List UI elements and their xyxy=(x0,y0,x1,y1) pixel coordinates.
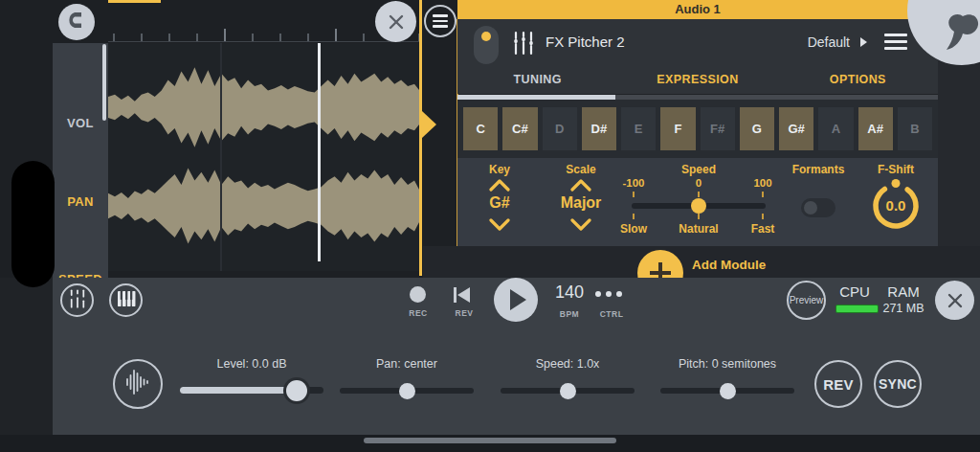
gesture-nav-bar[interactable] xyxy=(364,438,616,443)
waveform-canvas[interactable] xyxy=(108,43,421,271)
tab-tuning[interactable]: TUNING xyxy=(457,67,617,94)
note-key-row: C C# D D# E F F# G G# A A# B xyxy=(457,100,938,158)
fx-module-header: FX Pitcher 2 Default xyxy=(457,19,938,67)
pitch-label: Pitch: 0 semitones xyxy=(660,357,794,371)
add-module-label[interactable]: Add Module xyxy=(692,258,766,272)
ctrl-label: CTRL xyxy=(589,309,635,319)
magnet-icon xyxy=(65,9,88,35)
note-key-g[interactable]: G xyxy=(740,107,774,150)
preset-selector[interactable]: Default xyxy=(808,34,850,50)
reverse-label: REV xyxy=(823,376,854,393)
preset-next-icon[interactable] xyxy=(860,37,867,47)
panel-close-button[interactable] xyxy=(935,281,974,320)
reverse-button[interactable]: REV xyxy=(814,360,862,408)
rewind-button[interactable] xyxy=(454,287,475,303)
scale-up-button[interactable] xyxy=(569,178,592,195)
speed-natural-caption: Natural xyxy=(679,222,718,236)
module-enable-toggle[interactable] xyxy=(474,26,499,64)
stereo-waveform xyxy=(108,43,421,271)
cpu-label: CPU xyxy=(831,283,879,300)
waveform-icon xyxy=(124,368,151,400)
scale-value: Major xyxy=(561,194,602,212)
formants-label: Formants xyxy=(792,163,845,176)
note-key-d[interactable]: D xyxy=(543,107,577,150)
ctrl-button[interactable] xyxy=(595,291,622,297)
sidebar-item-pan[interactable]: PAN xyxy=(53,194,108,209)
preview-label: Preview xyxy=(790,295,824,305)
pan-slider-knob[interactable] xyxy=(399,383,415,399)
editor-close-button[interactable] xyxy=(375,1,416,42)
note-key-fsharp[interactable]: F# xyxy=(701,107,735,150)
clip-end-handle[interactable] xyxy=(422,111,436,138)
audio-clip-button[interactable] xyxy=(113,359,163,409)
snap-magnet-button[interactable] xyxy=(58,4,95,40)
fl-fruit-icon xyxy=(940,12,980,58)
note-key-b[interactable]: B xyxy=(898,107,932,150)
top-tab-indicator xyxy=(108,0,161,3)
automation-sidebar: VOL PAN SPEED xyxy=(53,43,108,278)
note-key-dsharp[interactable]: D# xyxy=(582,107,616,150)
tab-expression[interactable]: EXPRESSION xyxy=(617,67,777,94)
fx-module-menu-button[interactable] xyxy=(884,34,907,50)
close-icon xyxy=(946,291,965,310)
note-key-f[interactable]: F xyxy=(660,107,695,150)
fx-tab-bar: TUNING EXPRESSION OPTIONS xyxy=(457,67,938,94)
ruler[interactable] xyxy=(108,26,421,42)
formants-toggle-knob xyxy=(804,201,817,215)
key-up-button[interactable] xyxy=(488,178,511,195)
record-label: REC xyxy=(403,308,434,318)
sync-label: SYNC xyxy=(879,376,917,392)
playhead[interactable] xyxy=(318,43,321,261)
speed-label: Speed xyxy=(681,163,716,176)
speed-min-tick: -100 xyxy=(622,177,644,189)
note-key-a[interactable]: A xyxy=(818,107,853,150)
speed-clip-slider-knob[interactable] xyxy=(560,383,576,399)
speed-slow-caption: Slow xyxy=(620,222,647,236)
note-key-c[interactable]: C xyxy=(463,107,498,150)
play-button[interactable] xyxy=(494,278,538,322)
play-icon xyxy=(510,289,526,310)
tab-options[interactable]: OPTIONS xyxy=(778,67,938,94)
level-slider-knob[interactable] xyxy=(286,380,307,401)
key-value: G# xyxy=(489,194,509,212)
record-button[interactable] xyxy=(410,286,426,303)
clip-end-line xyxy=(419,0,422,276)
preview-button[interactable]: Preview xyxy=(787,281,826,320)
bpm-label: BPM xyxy=(546,309,593,319)
fshift-label: F-Shift xyxy=(878,163,914,176)
camera-cutout xyxy=(11,161,55,287)
speed-fast-caption: Fast xyxy=(751,222,775,236)
tuning-controls: Key G# Scale Major Speed -100 0 100 Slow… xyxy=(457,158,938,247)
scale-down-button[interactable] xyxy=(569,217,592,235)
key-down-button[interactable] xyxy=(488,217,511,235)
sidebar-item-vol[interactable]: VOL xyxy=(53,116,108,130)
track-title: Audio 1 xyxy=(457,0,938,19)
vertical-scrollbar[interactable] xyxy=(102,44,106,121)
mixer-icon xyxy=(67,288,88,313)
sync-button[interactable]: SYNC xyxy=(874,360,922,408)
speed-max-tick: 100 xyxy=(753,177,771,189)
ruler-line xyxy=(108,41,421,42)
formants-toggle[interactable] xyxy=(801,198,835,217)
ram-label: RAM xyxy=(880,283,926,300)
mixer-view-button[interactable] xyxy=(60,283,94,317)
fx-module-title: FX Pitcher 2 xyxy=(546,34,625,50)
note-key-gsharp[interactable]: G# xyxy=(779,107,813,150)
pitch-slider-knob[interactable] xyxy=(720,383,736,399)
speed-mid-tick: 0 xyxy=(696,177,702,189)
scale-label: Scale xyxy=(566,163,595,176)
fshift-value: 0.0 xyxy=(872,197,920,214)
track-header[interactable]: Audio 1 xyxy=(457,0,980,19)
bpm-value[interactable]: 140 xyxy=(546,282,593,303)
level-slider-fill xyxy=(180,387,297,394)
note-key-asharp[interactable]: A# xyxy=(858,107,893,150)
editor-menu-button[interactable] xyxy=(424,5,457,37)
piano-icon xyxy=(116,290,137,311)
speed-slider-knob[interactable] xyxy=(691,198,706,214)
speed-clip-label: Speed: 1.0x xyxy=(501,357,635,371)
note-key-csharp[interactable]: C# xyxy=(502,107,537,150)
note-key-e[interactable]: E xyxy=(621,107,656,150)
pan-label: Pan: center xyxy=(340,357,474,371)
keyboard-view-button[interactable] xyxy=(109,283,143,317)
module-sliders-icon xyxy=(510,30,537,60)
